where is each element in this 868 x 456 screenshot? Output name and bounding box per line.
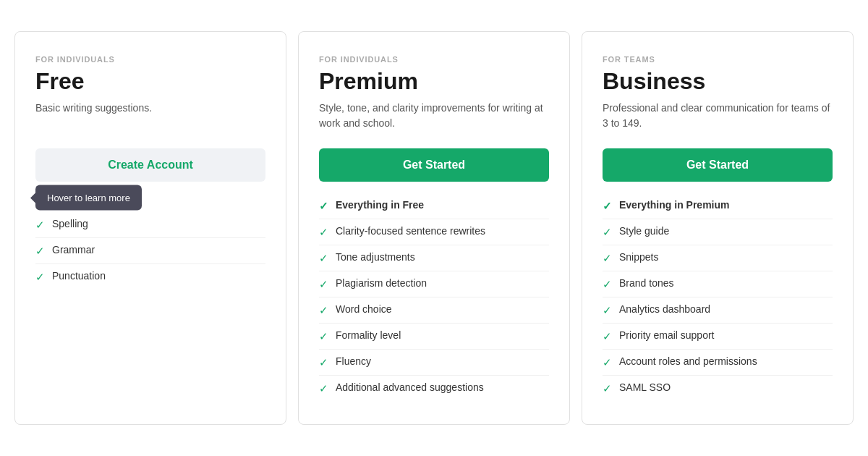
- feature-label: Everything in Free: [336, 199, 424, 211]
- check-icon: ✓: [603, 278, 612, 291]
- feature-clarity: ✓ Clarity-focused sentence rewrites: [319, 219, 549, 245]
- plan-description-free: Basic writing suggestions.: [35, 101, 265, 131]
- feature-label: Fluency: [336, 355, 371, 367]
- feature-everything-free: ✓ Everything in Free: [319, 193, 549, 219]
- check-icon: ✓: [603, 330, 612, 343]
- feature-plagiarism: ✓ Plagiarism detection: [319, 271, 549, 297]
- check-icon: ✓: [603, 200, 612, 213]
- feature-label: Tone adjustments: [336, 251, 415, 263]
- feature-formality: ✓ Formality level: [319, 324, 549, 350]
- plan-card-business: FOR TEAMS Business Professional and clea…: [582, 31, 854, 425]
- feature-label: SAML SSO: [619, 381, 671, 393]
- feature-label: Brand tones: [619, 277, 674, 289]
- check-icon: ✓: [319, 330, 328, 343]
- feature-label: Formality level: [336, 329, 401, 341]
- feature-label: Word choice: [336, 303, 392, 315]
- feature-advanced: ✓ Additional advanced suggestions: [319, 376, 549, 401]
- feature-list-premium: ✓ Everything in Free ✓ Clarity-focused s…: [319, 193, 549, 401]
- check-icon: ✓: [319, 226, 328, 239]
- feature-label: Plagiarism detection: [336, 277, 427, 289]
- create-account-button[interactable]: Create Account: [35, 148, 265, 182]
- feature-everything-premium: ✓ Everything in Premium: [603, 193, 833, 219]
- plan-card-premium: FOR INDIVIDUALS Premium Style, tone, and…: [298, 31, 570, 425]
- check-icon: ✓: [319, 356, 328, 369]
- feature-analytics: ✓ Analytics dashboard: [603, 297, 833, 324]
- feature-fluency: ✓ Fluency: [319, 350, 549, 376]
- feature-snippets: ✓ Snippets: [603, 245, 833, 271]
- feature-brand-tones: ✓ Brand tones: [603, 271, 833, 297]
- feature-tone: ✓ Tone adjustments: [319, 245, 549, 271]
- pricing-container: FOR INDIVIDUALS Free Basic writing sugge…: [14, 31, 854, 425]
- plan-name-premium: Premium: [319, 68, 549, 95]
- plan-audience-premium: FOR INDIVIDUALS: [319, 55, 549, 64]
- plan-name-free: Free: [35, 68, 265, 95]
- check-icon: ✓: [319, 382, 328, 395]
- feature-priority-support: ✓ Priority email support: [603, 324, 833, 350]
- feature-list-free: ✓ Spelling ✓ Grammar ✓ Punctuation: [35, 212, 265, 290]
- check-icon: ✓: [319, 252, 328, 265]
- check-icon: ✓: [603, 252, 612, 265]
- check-icon: ✓: [319, 304, 328, 317]
- feature-label: Grammar: [52, 244, 95, 256]
- feature-label: Style guide: [619, 225, 669, 237]
- hover-tooltip: Hover to learn more: [35, 185, 142, 211]
- check-icon: ✓: [319, 200, 328, 213]
- feature-label: Snippets: [619, 251, 658, 263]
- feature-word-choice: ✓ Word choice: [319, 297, 549, 324]
- plan-audience-free: FOR INDIVIDUALS: [35, 55, 265, 64]
- check-icon: ✓: [35, 219, 45, 232]
- feature-label: Additional advanced suggestions: [336, 381, 484, 393]
- feature-style-guide: ✓ Style guide: [603, 219, 833, 245]
- feature-label: Punctuation: [52, 270, 106, 282]
- feature-list-business: ✓ Everything in Premium ✓ Style guide ✓ …: [603, 193, 833, 401]
- feature-punctuation: ✓ Punctuation: [35, 264, 265, 290]
- check-icon: ✓: [603, 304, 612, 317]
- feature-label: Everything in Premium: [619, 199, 729, 211]
- feature-label: Analytics dashboard: [619, 303, 710, 315]
- check-icon: ✓: [35, 245, 45, 258]
- check-icon: ✓: [319, 278, 328, 291]
- feature-roles: ✓ Account roles and permissions: [603, 350, 833, 376]
- get-started-button-business[interactable]: Get Started: [603, 148, 833, 182]
- check-icon: ✓: [603, 382, 612, 395]
- check-icon: ✓: [603, 226, 612, 239]
- plan-audience-business: FOR TEAMS: [603, 55, 833, 64]
- get-started-button-premium[interactable]: Get Started: [319, 148, 549, 182]
- feature-label: Account roles and permissions: [619, 355, 757, 367]
- check-icon: ✓: [35, 271, 45, 284]
- plan-description-premium: Style, tone, and clarity improvements fo…: [319, 101, 549, 131]
- feature-grammar: ✓ Grammar: [35, 238, 265, 264]
- feature-saml: ✓ SAML SSO: [603, 376, 833, 401]
- plan-name-business: Business: [603, 68, 833, 95]
- feature-spelling: ✓ Spelling: [35, 212, 265, 238]
- plan-description-business: Professional and clear communication for…: [603, 101, 833, 131]
- feature-label: Priority email support: [619, 329, 715, 341]
- feature-label: Clarity-focused sentence rewrites: [336, 225, 485, 237]
- check-icon: ✓: [603, 356, 612, 369]
- plan-card-free: FOR INDIVIDUALS Free Basic writing sugge…: [14, 31, 286, 425]
- feature-label: Spelling: [52, 218, 88, 229]
